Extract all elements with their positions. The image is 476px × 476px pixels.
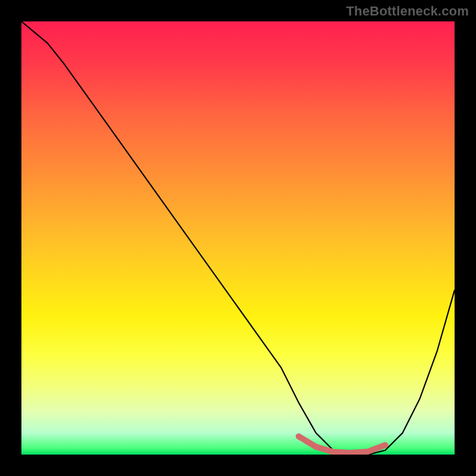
plot-area	[21, 21, 455, 455]
watermark-text: TheBottleneck.com	[346, 4, 469, 19]
chart-frame: TheBottleneck.com	[0, 0, 476, 476]
chart-svg	[21, 21, 455, 455]
optimal-range-path	[299, 436, 386, 453]
bottleneck-curve-path	[21, 21, 455, 455]
